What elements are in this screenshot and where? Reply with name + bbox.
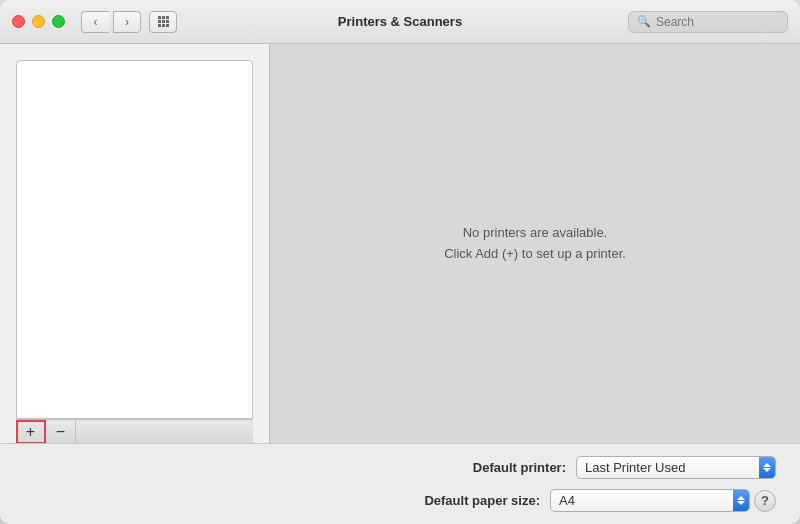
nav-buttons: ‹ › xyxy=(81,11,141,33)
default-printer-row: Default printer: Last Printer Used No De… xyxy=(24,456,776,479)
title-bar: ‹ › Printers & Scanners 🔍 xyxy=(0,0,800,44)
printer-list xyxy=(16,60,253,419)
search-icon: 🔍 xyxy=(637,15,651,28)
left-panel: + − xyxy=(0,44,270,443)
traffic-lights xyxy=(12,15,65,28)
grid-icon xyxy=(158,16,169,27)
empty-state-line1: No printers are available. xyxy=(444,223,626,244)
minimize-button[interactable] xyxy=(32,15,45,28)
default-paper-label: Default paper size: xyxy=(400,493,540,508)
main-content: + − No printers are available. Click Add… xyxy=(0,44,800,443)
main-window: ‹ › Printers & Scanners 🔍 + − xyxy=(0,0,800,524)
empty-state-line2: Click Add (+) to set up a printer. xyxy=(444,244,626,265)
default-printer-select[interactable]: Last Printer Used No Default Printer xyxy=(576,456,776,479)
empty-state-message: No printers are available. Click Add (+)… xyxy=(444,223,626,265)
printer-list-toolbar: + − xyxy=(16,419,253,443)
maximize-button[interactable] xyxy=(52,15,65,28)
window-title: Printers & Scanners xyxy=(338,14,462,29)
grid-view-button[interactable] xyxy=(149,11,177,33)
default-paper-select[interactable]: A4 Letter Legal A3 xyxy=(550,489,750,512)
right-panel: No printers are available. Click Add (+)… xyxy=(270,44,800,443)
default-paper-row-container: Default paper size: A4 Letter Legal A3 ? xyxy=(24,489,776,512)
default-paper-row: Default paper size: A4 Letter Legal A3 xyxy=(24,489,750,512)
help-button[interactable]: ? xyxy=(754,490,776,512)
add-printer-button[interactable]: + xyxy=(16,420,46,444)
back-button[interactable]: ‹ xyxy=(81,11,109,33)
default-printer-select-wrapper: Last Printer Used No Default Printer xyxy=(576,456,776,479)
bottom-bar: Default printer: Last Printer Used No De… xyxy=(0,443,800,524)
search-box[interactable]: 🔍 xyxy=(628,11,788,33)
forward-button[interactable]: › xyxy=(113,11,141,33)
close-button[interactable] xyxy=(12,15,25,28)
default-printer-label: Default printer: xyxy=(426,460,566,475)
search-input[interactable] xyxy=(656,15,779,29)
remove-printer-button[interactable]: − xyxy=(46,420,76,444)
default-paper-select-wrapper: A4 Letter Legal A3 xyxy=(550,489,750,512)
